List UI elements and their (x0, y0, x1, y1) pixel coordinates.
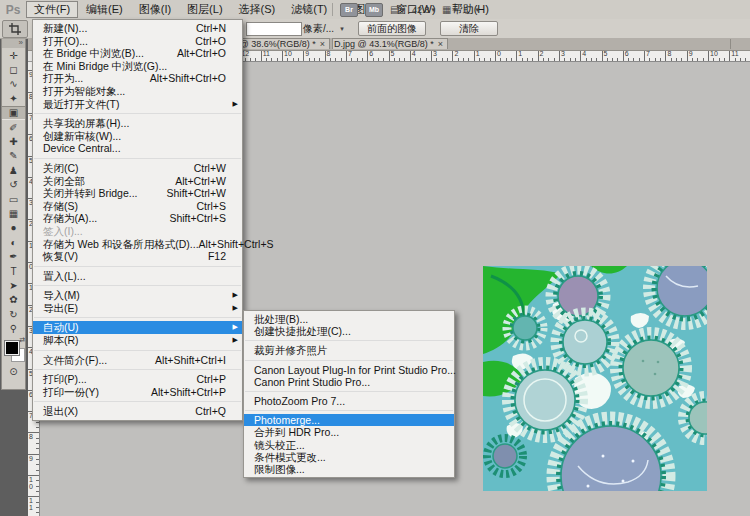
file-menu-item-shortcut: Ctrl+N (196, 22, 226, 35)
tool-list: ✛◻∿✦▣✐✚✎♟↺▭▦●◐✒T➤✿↻⚲ (2, 48, 25, 336)
file-menu-item-34[interactable]: 退出(X)Ctrl+Q (33, 405, 242, 418)
ruler-tick (511, 58, 512, 61)
quick-selection-tool[interactable]: ✦ (2, 91, 25, 105)
automate-submenu-item-13[interactable]: 条件模式更改... (244, 451, 454, 463)
clone-stamp-tool[interactable]: ♟ (2, 163, 25, 177)
file-menu-item-13[interactable]: 关闭全部Alt+Ctrl+W (33, 175, 242, 188)
ruler-label: 1 (476, 50, 480, 57)
file-menu-item-31[interactable]: 打印(P)...Ctrl+P (33, 373, 242, 386)
file-menu-item-26[interactable]: 自动(U)▶ (33, 321, 242, 334)
marquee-tool[interactable]: ◻ (2, 62, 25, 76)
automate-submenu-item-14[interactable]: 限制图像... (244, 463, 454, 475)
file-menu-item-23[interactable]: 导入(M)▶ (33, 289, 242, 302)
automate-submenu-item-10[interactable]: Photomerge... (244, 414, 454, 426)
file-menu-item-label: 打印(P)... (43, 373, 87, 386)
zoom-level-dropdown[interactable]: 42.8▾ (412, 5, 435, 15)
close-icon[interactable]: × (438, 39, 443, 49)
file-menu-item-24[interactable]: 导出(E)▶ (33, 302, 242, 315)
path-selection-tool[interactable]: ➤ (2, 278, 25, 292)
file-menu-item-4[interactable]: 打开为...Alt+Shift+Ctrl+O (33, 72, 242, 85)
lasso-tool[interactable]: ∿ (2, 77, 25, 91)
ruler-tick (309, 58, 310, 61)
blur-tool[interactable]: ● (2, 221, 25, 235)
menubar-item-2[interactable]: 图像(I) (131, 1, 179, 18)
file-menu-item-14[interactable]: 关闭并转到 Bridge...Shift+Ctrl+W (33, 187, 242, 200)
gradient-tool[interactable]: ▦ (2, 206, 25, 220)
file-menu-dropdown: 新建(N)...Ctrl+N打开(O)...Ctrl+O在 Bridge 中浏览… (32, 19, 243, 421)
ruler-tick (36, 443, 39, 444)
ruler-label: 2 (454, 50, 458, 57)
pen-tool[interactable]: ✒ (2, 249, 25, 263)
file-menu-item-9[interactable]: 创建新审核(W)... (33, 130, 242, 143)
brush-tool[interactable]: ✎ (2, 149, 25, 163)
foreground-color-swatch[interactable] (5, 341, 19, 355)
automate-submenu-item-12[interactable]: 镜头校正... (244, 439, 454, 451)
file-menu-item-12[interactable]: 关闭(C)Ctrl+W (33, 162, 242, 175)
type-tool[interactable]: T (2, 264, 25, 278)
file-menu-item-0[interactable]: 新建(N)...Ctrl+N (33, 22, 242, 35)
arrange-documents-dropdown[interactable]: ▦▾ (442, 4, 457, 15)
file-menu-item-29[interactable]: 文件简介(F)...Alt+Shift+Ctrl+I (33, 354, 242, 367)
screen-mode-dropdown[interactable]: ▢▾ (464, 4, 479, 15)
file-menu-item-5[interactable]: 打开为智能对象... (33, 85, 242, 98)
ruler-label: 3 (433, 50, 437, 57)
eraser-tool[interactable]: ▭ (2, 192, 25, 206)
photoshop-logo: Ps (0, 3, 26, 17)
menubar-item-5[interactable]: 滤镜(T) (283, 1, 335, 18)
ruler-tick (452, 50, 453, 61)
crop-tool[interactable]: ▣ (2, 106, 25, 120)
close-icon[interactable]: × (320, 39, 325, 49)
eyedropper-tool[interactable]: ✐ (2, 120, 25, 134)
file-menu-item-27[interactable]: 脚本(R)▶ (33, 334, 242, 347)
dodge-tool[interactable]: ◐ (2, 235, 25, 249)
file-menu-item-shortcut: F12 (208, 250, 226, 263)
automate-submenu-item-0[interactable]: 批处理(B)... (244, 313, 454, 325)
file-menu-item-15[interactable]: 存储(S)Ctrl+S (33, 200, 242, 213)
file-menu-item-2[interactable]: 在 Bridge 中浏览(B)...Alt+Ctrl+O (33, 47, 242, 60)
menubar-quick-tools: Br Mb ▤▾ 42.8▾ ▦▾ ▢▾ (332, 0, 479, 19)
clear-button[interactable]: 清除 (440, 21, 498, 36)
crop-tool-badge[interactable] (2, 20, 28, 38)
file-menu-item-3[interactable]: 在 Mini Bridge 中浏览(G)... (33, 60, 242, 73)
automate-submenu-item-11[interactable]: 合并到 HDR Pro... (244, 426, 454, 438)
view-extras-dropdown[interactable]: ▤▾ (390, 4, 405, 15)
file-menu-item-6[interactable]: 最近打开文件(T)▶ (33, 98, 242, 111)
history-brush-tool[interactable]: ↺ (2, 178, 25, 192)
file-menu-item-8[interactable]: 共享我的屏幕(H)... (33, 117, 242, 130)
bridge-launcher-icon[interactable]: Br (340, 3, 358, 17)
tools-panel-collapse-button[interactable]: » (2, 39, 25, 48)
automate-submenu-item-8[interactable]: PhotoZoom Pro 7... (244, 395, 454, 407)
document-thumbnail-image[interactable] (483, 266, 707, 491)
custom-shape-tool[interactable]: ✿ (2, 293, 25, 307)
zoom-tool[interactable]: ⚲ (2, 321, 25, 335)
crop-unit-select[interactable]: 像素/...▾ (303, 22, 344, 36)
ruler-tick (245, 58, 246, 61)
move-tool[interactable]: ✛ (2, 48, 25, 62)
automate-submenu-item-5[interactable]: Canon Layout Plug-In for Print Studio Pr… (244, 364, 454, 376)
automate-submenu-item-3[interactable]: 裁剪并修齐照片 (244, 344, 454, 356)
menubar-item-1[interactable]: 编辑(E) (78, 1, 131, 18)
healing-brush-tool[interactable]: ✚ (2, 134, 25, 148)
file-menu-item-21[interactable]: 置入(L)... (33, 270, 242, 283)
ruler-tick (474, 50, 475, 61)
rotate-view-tool[interactable]: ↻ (2, 307, 25, 321)
file-menu-item-18[interactable]: 存储为 Web 和设备所用格式(D)...Alt+Shift+Ctrl+S (33, 238, 242, 251)
menu-bar: Ps 文件(F)编辑(E)图像(I)图层(L)选择(S)滤镜(T)视图(V)窗口… (0, 0, 750, 20)
automate-submenu-separator (244, 388, 454, 395)
file-menu-item-16[interactable]: 存储为(A)...Shift+Ctrl+S (33, 212, 242, 225)
file-menu-item-1[interactable]: 打开(O)...Ctrl+O (33, 35, 242, 48)
menubar-item-0[interactable]: 文件(F) (26, 1, 78, 18)
file-menu-item-32[interactable]: 打印一份(Y)Alt+Shift+Ctrl+P (33, 386, 242, 399)
automate-submenu-item-1[interactable]: 创建快捷批处理(C)... (244, 325, 454, 337)
front-image-button[interactable]: 前面的图像 (358, 21, 426, 36)
mini-bridge-launcher-icon[interactable]: Mb (365, 3, 383, 17)
file-menu-item-10[interactable]: Device Central... (33, 142, 242, 155)
file-menu-item-19[interactable]: 恢复(V)F12 (33, 250, 242, 263)
automate-submenu-item-6[interactable]: Canon Print Studio Pro... (244, 376, 454, 388)
menubar-item-4[interactable]: 选择(S) (231, 1, 284, 18)
menubar-item-3[interactable]: 图层(L) (179, 1, 230, 18)
swap-colors-icon[interactable]: ⇄ (19, 336, 25, 344)
document-tab-1[interactable]: D.jpg @ 43.1%(RGB/8) *× (332, 38, 448, 49)
quick-mask-button[interactable]: ⊙ (2, 366, 25, 379)
crop-resolution-input[interactable] (246, 22, 302, 36)
